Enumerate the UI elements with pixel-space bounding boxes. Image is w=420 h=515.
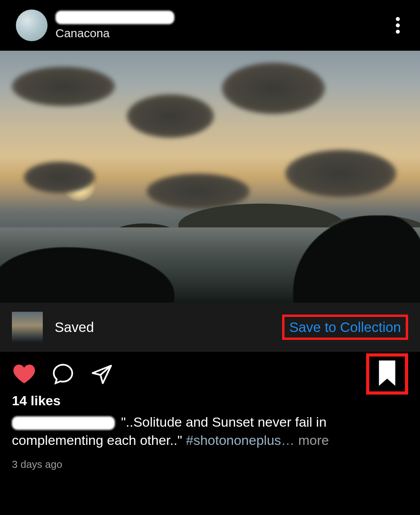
avatar[interactable] (16, 10, 48, 41)
saved-toast: Saved Save to Collection (0, 303, 420, 352)
post-header: Canacona (0, 0, 420, 51)
location-label[interactable]: Canacona (55, 27, 174, 40)
caption-username-redacted[interactable] (12, 416, 115, 430)
post-caption: "..Solitude and Sunset never fail in com… (0, 408, 420, 450)
post-image[interactable] (0, 51, 420, 303)
comment-button[interactable] (51, 362, 75, 386)
likes-count[interactable]: 14 likes (0, 390, 420, 408)
like-button[interactable] (12, 362, 36, 386)
share-button[interactable] (90, 362, 114, 386)
bookmark-icon (376, 360, 399, 386)
post-timestamp: 3 days ago (0, 450, 420, 471)
post-action-bar (0, 352, 420, 390)
more-options-button[interactable] (388, 15, 408, 36)
save-to-collection-label: Save to Collection (289, 319, 401, 335)
bookmark-button[interactable] (366, 353, 408, 395)
caption-ellipsis: … (281, 433, 298, 448)
svg-point-0 (396, 17, 400, 21)
saved-label: Saved (55, 319, 94, 335)
comment-icon (52, 363, 74, 385)
user-info: Canacona (55, 11, 174, 40)
saved-thumbnail (12, 312, 43, 343)
more-vertical-icon (395, 17, 400, 34)
caption-hashtag[interactable]: #shotononeplus (186, 433, 281, 448)
caption-more-button[interactable]: more (298, 433, 329, 448)
username-redacted[interactable] (55, 11, 174, 24)
svg-point-2 (396, 30, 400, 34)
send-icon (91, 363, 113, 385)
save-to-collection-button[interactable]: Save to Collection (282, 315, 408, 340)
svg-point-1 (396, 23, 400, 27)
heart-icon (13, 364, 36, 384)
